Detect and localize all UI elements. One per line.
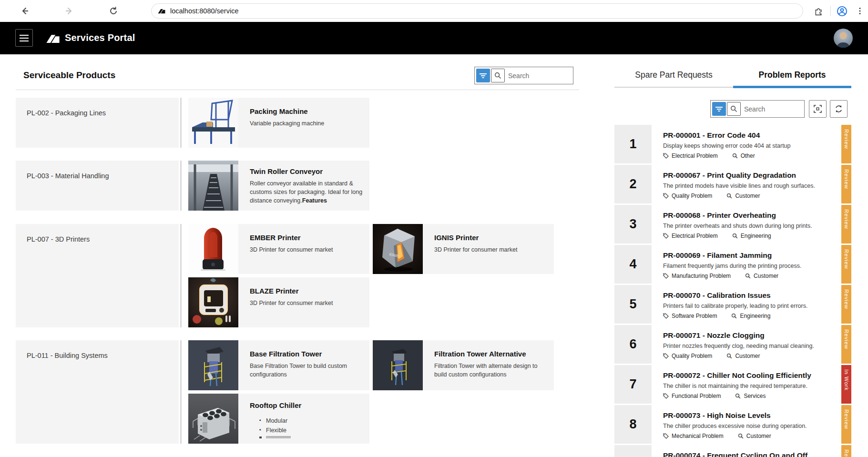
problem-report-row[interactable]: 5 PR-000070 - Calibration Issues Printer… [614, 285, 851, 324]
problem-type-tag: Mechanical Problem [663, 433, 724, 439]
source-label: Customer [754, 273, 778, 279]
problem-type-label: Functional Problem [672, 393, 721, 399]
product-feature-list: Modular Flexible [250, 416, 363, 435]
product-rooftop-chiller[interactable]: Rooftop Chiller Modular Flexible [188, 394, 369, 444]
product-card: Rooftop Chiller Modular Flexible [238, 394, 369, 444]
report-tags: Software Problem Engineering [663, 313, 837, 319]
serviceable-products-title: Serviceable Products [23, 70, 115, 81]
product-description: 3D Printer for consumer market [434, 246, 547, 254]
refresh-icon[interactable] [107, 4, 120, 18]
product-name: BLAZE Printer [250, 287, 363, 295]
product-card: IGNIS Printer 3D Printer for consumer ma… [423, 224, 554, 274]
report-tags: Quality Problem Customer [663, 353, 837, 359]
problem-report-row[interactable]: 4 PR-000069 - Filament Jamming Filament … [614, 245, 851, 284]
tag-icon [663, 153, 669, 159]
reports-search-button[interactable] [727, 102, 741, 116]
source-icon [726, 353, 732, 359]
report-description: The printer overheats and shuts down dur… [663, 223, 837, 229]
product-base-filtration-tower[interactable]: Base Filtration Tower Base Filtration To… [188, 340, 369, 390]
source-tag: Customer [726, 353, 760, 359]
problem-report-row[interactable]: 8 PR-000073 - High Noise Levels The chil… [614, 405, 851, 444]
product-ember-printer[interactable]: EMBER Printer 3D Printer for consumer ma… [188, 224, 369, 274]
truncated-feature-item [250, 436, 363, 438]
expand-button[interactable] [809, 100, 827, 118]
feature-item: Modular [250, 416, 363, 426]
user-avatar[interactable] [834, 29, 853, 48]
description-bold-text: Features [302, 197, 327, 204]
products-search-input[interactable] [505, 72, 572, 80]
problem-type-tag: Manufacturing Problem [663, 273, 731, 279]
status-badge: Review [841, 165, 851, 203]
report-description: The printed models have visible lines an… [663, 183, 837, 189]
rooftop-chiller-image [188, 394, 238, 444]
tag-icon [663, 313, 669, 319]
category-cell[interactable]: PL-002 - Packaging Lines [16, 98, 179, 148]
problem-report-row[interactable]: 9 PR-000074 - Frequent Cycling On and Of… [614, 445, 851, 457]
product-twin-roller-conveyor[interactable]: Twin Roller Conveyor Roller conveyor ava… [188, 161, 369, 211]
problem-type-tag: Electrical Problem [663, 152, 718, 159]
back-icon[interactable] [18, 4, 31, 18]
report-tags: Electrical Problem Other [663, 152, 837, 159]
problem-report-row[interactable]: 2 PR-000067 - Print Quality Degradation … [614, 165, 851, 203]
tab-spare-part-requests[interactable]: Spare Part Requests [614, 63, 733, 87]
source-tag: Engineering [732, 233, 771, 239]
report-body: PR-000073 - High Noise Levels The chille… [652, 405, 841, 444]
report-body: PR-000001 - Error Code 404 Display keeps… [652, 125, 841, 163]
source-tag: Customer [738, 433, 771, 439]
reports-search-input[interactable] [741, 105, 803, 113]
product-filtration-tower-alternative[interactable]: Filtration Tower Alternative Filtration … [373, 340, 554, 390]
url-text: localhost:8080/service [170, 7, 238, 15]
refresh-reports-button[interactable] [830, 100, 848, 118]
problem-report-row[interactable]: 7 PR-000072 - Chiller Not Cooling Effici… [614, 365, 851, 404]
product-name: Filtration Tower Alternative [434, 350, 547, 358]
source-tag: Customer [745, 273, 778, 279]
expand-icon [814, 105, 822, 113]
report-body: PR-000067 - Print Quality Degradation Th… [652, 165, 841, 203]
tab-problem-reports[interactable]: Problem Reports [733, 63, 851, 87]
address-bar[interactable]: localhost:8080/service [151, 3, 803, 19]
status-badge: Review [841, 405, 851, 444]
forward-icon[interactable] [62, 4, 76, 18]
problem-type-label: Quality Problem [672, 353, 712, 359]
status-badge: Review [841, 445, 851, 457]
products-search-control [474, 67, 573, 84]
source-tag: Other [732, 152, 755, 159]
source-label: Engineering [741, 233, 771, 239]
report-body: PR-000069 - Filament Jamming Filament fr… [652, 245, 841, 284]
category-cell[interactable]: PL-007 - 3D Printers [16, 224, 179, 327]
product-card: Base Filtration Tower Base Filtration To… [238, 340, 369, 390]
source-icon [735, 393, 741, 399]
browser-menu-icon[interactable] [853, 4, 867, 18]
app-header: Services Portal [0, 22, 868, 54]
product-ignis-printer[interactable]: IGNIS IGNIS Printer 3D Printer for consu… [373, 224, 554, 274]
report-body: PR-000071 - Nozzle Clogging Printer nozz… [652, 325, 841, 364]
report-number: 8 [614, 405, 652, 444]
report-title: PR-000074 - Frequent Cycling On and Off [663, 451, 837, 457]
problem-type-tag: Functional Problem [663, 393, 721, 399]
reports-filter-button[interactable] [712, 102, 726, 116]
products-search-button[interactable] [491, 69, 505, 82]
problem-report-row[interactable]: 3 PR-000068 - Printer Overheating The pr… [614, 205, 851, 244]
product-blaze-printer[interactable]: BLAZE Printer 3D Printer for consumer ma… [188, 277, 369, 327]
problem-type-label: Electrical Problem [672, 152, 718, 159]
report-tags: Electrical Problem Engineering [663, 233, 837, 239]
profile-icon[interactable] [835, 4, 848, 18]
product-description: Filtration Tower with alternate design t… [434, 362, 547, 379]
category-cell[interactable]: PL-011 - Building Systems [16, 340, 179, 444]
hamburger-menu-button[interactable] [15, 29, 33, 47]
column-divider [180, 340, 182, 444]
products-filter-button[interactable] [476, 69, 490, 82]
problem-report-row[interactable]: 1 PR-000001 - Error Code 404 Display kee… [614, 125, 851, 163]
report-title: PR-000001 - Error Code 404 [663, 131, 837, 140]
report-number: 1 [614, 125, 652, 163]
report-body: PR-000072 - Chiller Not Cooling Efficien… [652, 365, 841, 404]
category-cell[interactable]: PL-003 - Material Handling [16, 161, 179, 211]
problem-report-row[interactable]: 6 PR-000071 - Nozzle Clogging Printer no… [614, 325, 851, 364]
problem-type-tag: Electrical Problem [663, 233, 718, 239]
page-title: Services Portal [65, 32, 135, 43]
extensions-icon[interactable] [812, 4, 825, 18]
problem-report-list: 1 PR-000001 - Error Code 404 Display kee… [614, 125, 851, 457]
product-packing-machine[interactable]: Packing Machine Variable packaging machi… [188, 98, 369, 148]
product-name: Twin Roller Conveyor [250, 167, 363, 175]
sync-icon [835, 105, 843, 113]
